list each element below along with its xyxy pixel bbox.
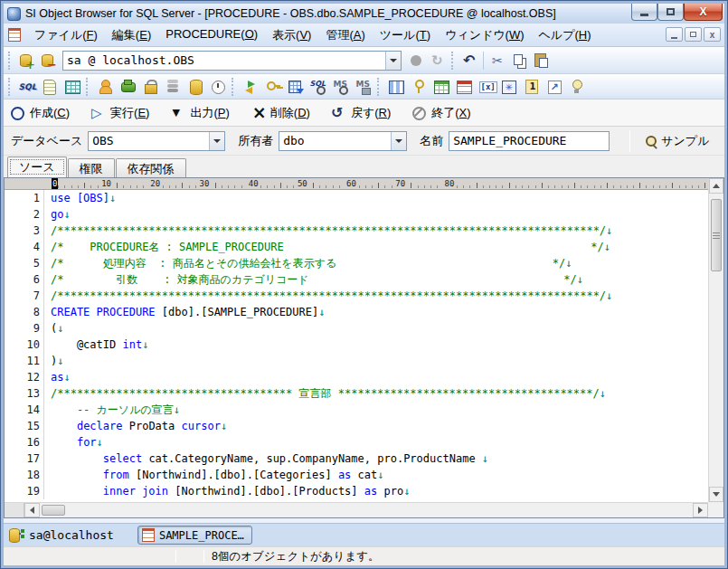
line-number: 14 [5,402,44,418]
mdi-system-menu-icon[interactable] [8,28,21,42]
form-button[interactable] [452,76,475,97]
action-close-button[interactable]: 終了(X) [411,105,470,121]
paste-button[interactable] [530,50,552,71]
cut-button[interactable] [487,50,508,71]
tab-source[interactable]: ソース [7,156,67,177]
database-dropdown-button[interactable] [209,132,224,150]
star-table-icon [500,78,518,96]
tab-permissions[interactable]: 権限 [68,158,115,177]
code-line[interactable]: 13/************************************ … [5,385,708,402]
code-line[interactable]: 11)↓ [5,353,708,369]
code-line[interactable]: 18 from [Northwind].[dbo].[Categories] a… [5,467,708,483]
code-line[interactable]: 12as↓ [5,369,708,385]
shortcut-button[interactable] [543,76,565,97]
transfer-button[interactable] [239,76,261,97]
add-connection-button[interactable] [15,50,37,71]
calendar-table-button[interactable] [430,76,452,97]
menu-item[interactable]: ヘルプ(H) [532,25,599,45]
script-button[interactable] [38,76,61,97]
user-button[interactable] [93,76,116,97]
code-line[interactable]: 16 for↓ [5,434,708,450]
role-button[interactable] [116,76,138,97]
database-stack-button[interactable] [161,76,184,97]
session-item[interactable]: sa@localhost [9,527,114,543]
key-button[interactable] [261,76,284,97]
variable-button[interactable] [475,76,497,97]
action-output-button[interactable]: 出力(P) [169,105,229,121]
vscroll-thumb[interactable] [711,199,722,271]
code-area[interactable]: 1use [OBS]↓2go↓3/***********************… [5,190,708,502]
menu-item[interactable]: 管理(A) [318,25,372,45]
database-button[interactable] [184,76,206,97]
code-line[interactable]: 6/* 引数 : 対象商品のカテゴリコード */↓ [5,271,708,288]
connection-dropdown-button[interactable] [385,52,401,70]
menu-item[interactable]: 編集(E) [105,25,158,45]
action-revert-button[interactable]: 戻す(R) [330,105,391,121]
table-sync-button[interactable] [284,76,307,97]
lock-button[interactable] [138,76,161,97]
schedule-button[interactable] [206,76,229,97]
sample-button[interactable]: サンプル [641,131,713,151]
code-line[interactable]: 8CREATE PROCEDURE [dbo].[SAMPLE_PROCEDUR… [5,304,708,320]
refresh-button[interactable] [427,50,449,71]
name-input[interactable] [449,131,610,151]
hscroll-right-button[interactable] [693,503,708,517]
close-button[interactable]: X [684,4,723,21]
lamp-button[interactable] [565,76,588,97]
sequence-button[interactable] [520,76,543,97]
code-line[interactable]: 1use [OBS]↓ [5,190,708,206]
code-line[interactable]: 19 inner join [Northwind].[dbo].[Product… [5,483,708,499]
code-line[interactable]: 2go↓ [5,206,708,223]
tab-dependencies[interactable]: 依存関係 [116,158,186,177]
editor-hscrollbar[interactable] [5,502,708,517]
editor-vscrollbar[interactable] [708,178,723,502]
code-line[interactable]: 5/* 処理内容 : 商品名とその供給会社を表示する */↓ [5,255,708,271]
code-line[interactable]: 9(↓ [5,320,708,337]
menu-item[interactable]: ウィンドウ(W) [438,25,531,45]
columns-button[interactable] [384,76,407,97]
star-table-button[interactable] [497,76,520,97]
action-create-button[interactable]: 作成(C) [9,105,70,121]
mdi-restore-button[interactable] [685,27,702,42]
sql-editor-button[interactable] [15,76,38,97]
undo-button[interactable] [459,50,480,71]
hscroll-thumb[interactable] [42,505,65,516]
sql-search-button[interactable] [307,76,329,97]
primary-key-button[interactable] [407,76,430,97]
code-line[interactable]: 3/**************************************… [5,223,708,239]
owner-dropdown-button[interactable] [391,132,406,150]
menu-item[interactable]: ファイル(F) [27,25,105,45]
code-line[interactable]: 17 select cat.CategoryName, sup.CompanyN… [5,450,708,467]
minimize-button[interactable] [631,4,657,21]
editor-main[interactable]: 01020304050607080 1use [OBS]↓2go↓3/*****… [5,178,708,502]
code-line[interactable]: 15 declare ProData cursor↓ [5,418,708,434]
vscroll-up-button[interactable] [709,178,723,194]
copy-button[interactable] [508,50,530,71]
menu-item[interactable]: 表示(V) [265,25,318,45]
remove-connection-button[interactable] [37,50,59,71]
hscroll-left-button[interactable] [24,503,40,517]
code-line[interactable]: 10 @catID int↓ [5,337,708,353]
data-grid-button[interactable] [61,76,83,97]
action-run-button[interactable]: 実行(E) [90,105,149,121]
record-button[interactable] [405,50,427,71]
owner-combobox[interactable]: dbo [279,131,407,151]
ms-setup-button[interactable] [352,76,374,97]
ms-search-button[interactable] [329,76,352,97]
mdi-minimize-button[interactable] [666,27,683,42]
restore-button[interactable] [657,4,684,21]
database-combobox[interactable]: OBS [88,131,225,151]
code-line[interactable]: 14 -- カーソルの宣言↓ [5,402,708,418]
code-line[interactable]: 4/* PROCEDURE名 : SAMPLE_PROCEDURE */↓ [5,239,708,255]
database-connection-icon [9,527,25,543]
connection-combobox[interactable]: sa @ localhost.OBS [62,51,402,71]
window-task-button[interactable]: SAMPLE_PROCE… [137,526,252,545]
vscroll-down-button[interactable] [709,487,723,502]
menu-item[interactable]: PROCEDURE(O) [158,25,265,45]
database-label: データベース [11,133,82,149]
mdi-close-button[interactable]: x [704,27,721,42]
code-line[interactable]: 7/**************************************… [5,288,708,304]
copy-icon [510,52,528,70]
menu-item[interactable]: ツール(T) [373,25,438,45]
action-delete-button[interactable]: 削除(D) [250,105,310,121]
